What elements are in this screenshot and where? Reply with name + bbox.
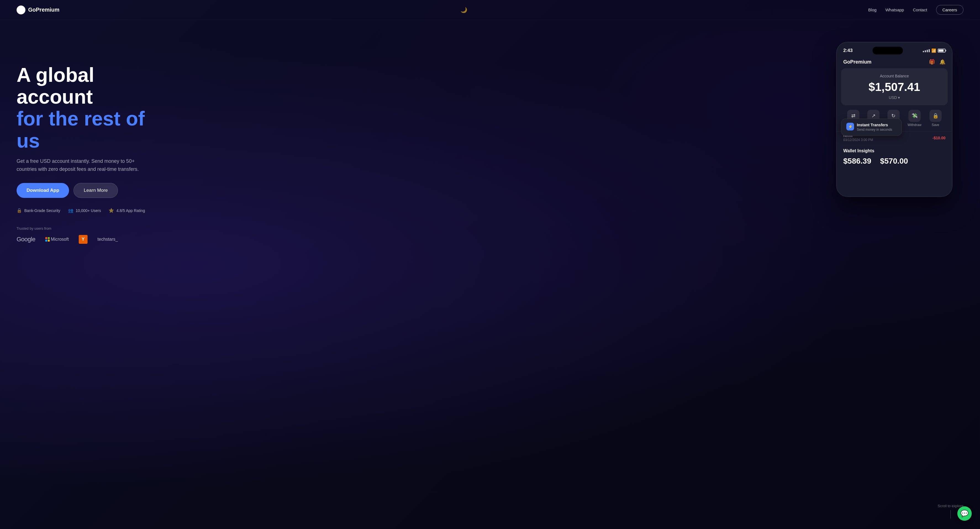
scroll-text: Scroll to explore (938, 504, 963, 508)
nav-link-contact[interactable]: Contact (913, 8, 927, 12)
badge-security-text: Bank-Grade Security (24, 209, 60, 213)
phone-mockup: 2:43 📶 GoP (836, 42, 952, 197)
nav-center: 🌙 (460, 6, 467, 13)
battery-icon (938, 49, 945, 53)
phone-header-icons: 🎁 🔔 (929, 59, 945, 65)
hero-left: A global account for the rest of us Get … (17, 42, 171, 244)
badge-users-text: 10,000+ Users (76, 209, 101, 213)
tooltip-title: Instant Transfers (857, 123, 892, 127)
instant-transfers-tooltip: ⚡ Instant Transfers Send money in second… (841, 119, 902, 136)
nav-link-whatsapp[interactable]: Whatsapp (885, 8, 904, 12)
microsoft-logo: Microsoft (45, 237, 69, 242)
microsoft-text: Microsoft (51, 237, 69, 242)
nav-link-blog[interactable]: Blog (868, 8, 877, 12)
save-phone-icon: 🔒 (929, 110, 942, 122)
withdraw-icon: 💸 (908, 110, 921, 122)
yc-logo: Y (79, 235, 88, 244)
navbar: ◎ GoPremium 🌙 Blog Whatsapp Contact Care… (0, 0, 980, 20)
hero-title: A global account for the rest of us (17, 64, 171, 152)
scroll-line (950, 510, 951, 518)
badge-security: 🔒 Bank-Grade Security (17, 208, 60, 213)
techstars-logo: techstars_ (97, 237, 118, 242)
ms-cell-yellow (48, 240, 50, 242)
balance-currency: USD ▾ (848, 96, 941, 100)
rating-icon: ⭐ (108, 208, 114, 213)
battery-tip (945, 50, 946, 51)
phone-container: 2:43 📶 GoP (836, 42, 963, 197)
microsoft-grid-icon (45, 237, 50, 242)
logo-icon: ◎ (17, 6, 25, 14)
hero-buttons: Download App Learn More (17, 183, 171, 198)
ms-cell-green (48, 237, 50, 239)
phone-action-save[interactable]: 🔒 Save (929, 110, 942, 127)
badge-users: 👥 10,000+ Users (68, 208, 101, 213)
phone-header: GoPremium 🎁 🔔 (837, 57, 952, 68)
download-app-button[interactable]: Download App (17, 183, 69, 198)
phone-notch (873, 47, 903, 54)
wallet-insights-amounts: $586.39 $570.00 (843, 157, 945, 166)
account-balance-card: Account Balance $1,507.41 USD ▾ (841, 68, 948, 105)
badge-rating: ⭐ 4.8/5 App Rating (108, 208, 145, 213)
transaction-amount: -$10.00 (932, 136, 945, 140)
security-icon: 🔒 (17, 208, 22, 213)
balance-label: Account Balance (848, 74, 941, 78)
users-icon: 👥 (68, 208, 73, 213)
trusted-section: Trusted by users from Google Microsoft Y… (17, 226, 171, 244)
whatsapp-icon: 💬 (960, 510, 969, 517)
whatsapp-float-button[interactable]: 💬 (957, 506, 972, 521)
hero-title-line2: for the rest of us (17, 108, 145, 151)
dark-mode-toggle[interactable]: 🌙 (460, 6, 467, 13)
nav-brand-group: ◎ GoPremium (17, 6, 59, 14)
ms-cell-red (45, 237, 47, 239)
tooltip-description: Send money in seconds (857, 128, 892, 132)
ms-cell-blue (45, 240, 47, 242)
wifi-icon: 📶 (931, 48, 936, 53)
bolt-icon: ⚡ (848, 124, 853, 129)
signal-icon (923, 49, 930, 52)
notification-icon[interactable]: 🔔 (939, 59, 945, 65)
hero-badges: 🔒 Bank-Grade Security 👥 10,000+ Users ⭐ … (17, 208, 171, 213)
balance-amount: $1,507.41 (848, 80, 941, 94)
trusted-label: Trusted by users from (17, 226, 171, 231)
hero-subtitle: Get a free USD account instantly. Send m… (17, 157, 149, 173)
save-label: Save (932, 123, 939, 127)
hero-section: A global account for the rest of us Get … (0, 20, 980, 529)
battery-fill (939, 49, 943, 52)
insight-amount-2: $570.00 (880, 157, 908, 166)
phone-status-icons: 📶 (923, 48, 945, 53)
google-logo: Google (17, 236, 35, 243)
phone-action-withdraw[interactable]: 💸 Withdraw (908, 110, 921, 127)
careers-button[interactable]: Careers (936, 5, 963, 14)
logo-symbol: ◎ (19, 7, 23, 13)
phone-time: 2:43 (843, 48, 853, 53)
nav-links: Blog Whatsapp Contact Careers (868, 5, 963, 14)
phone-status-bar: 2:43 📶 (837, 42, 952, 57)
transaction-date: 03/12/2024 3:00 PM (843, 138, 873, 142)
brand-name: GoPremium (28, 6, 59, 13)
learn-more-button[interactable]: Learn More (73, 183, 118, 198)
badge-rating-text: 4.8/5 App Rating (116, 209, 145, 213)
insight-amount-1: $586.39 (843, 157, 871, 166)
gift-icon[interactable]: 🎁 (929, 59, 935, 65)
wallet-insights: Wallet Insights $586.39 $570.00 (837, 144, 952, 168)
withdraw-label: Withdraw (908, 123, 921, 127)
tooltip-content: Instant Transfers Send money in seconds (857, 123, 892, 132)
phone-brand-name: GoPremium (843, 59, 872, 65)
trusted-logos: Google Microsoft Y techstars_ (17, 235, 171, 244)
tooltip-icon: ⚡ (846, 123, 854, 131)
wallet-insights-title: Wallet Insights (843, 148, 945, 153)
hero-title-line1: A global account (17, 64, 94, 108)
